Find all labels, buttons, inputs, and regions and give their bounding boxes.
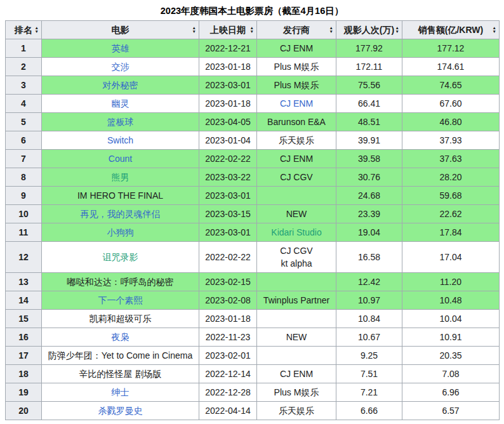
- table-row: 14下一个素熙2023-02-08Twinplus Partner10.9710…: [6, 291, 500, 310]
- column-header-movie[interactable]: 电影 ▲▼: [42, 21, 199, 39]
- sales-cell: 11.20: [402, 273, 500, 291]
- movie-title: 凯莉和超级可乐: [90, 314, 152, 324]
- release-date-cell: 2023-04-05: [199, 113, 257, 131]
- sales-cell: 10.04: [402, 310, 500, 328]
- table-row: 17防弹少年团：Yet to Come in Cinema2023-02-019…: [6, 347, 500, 365]
- movie-cell: 熊男: [42, 168, 199, 187]
- distributor-cell: Barunson E&A: [257, 113, 336, 131]
- column-header-sales[interactable]: 销售额(亿/KRW) ▲▼: [402, 21, 500, 39]
- box-office-table: 排名 ▲▼ 电影 ▲▼ 上映日期 ▲▼ 发行商 ▲▼ 观影人次(万) ▲▼: [5, 20, 500, 420]
- table-row: 5篮板球2023-04-05Barunson E&A48.5146.80: [6, 113, 500, 131]
- movie-link[interactable]: Switch: [107, 135, 133, 145]
- distributor-cell: CJ ENM: [257, 365, 336, 383]
- table-row: 19绅士2022-12-28Plus M娱乐7.216.96: [6, 383, 500, 402]
- movie-link[interactable]: 再见，我的灵魂伴侣: [81, 209, 161, 219]
- sales-cell: 28.20: [402, 168, 500, 187]
- table-row: 10再见，我的灵魂伴侣2023-03-15NEW23.3922.62: [6, 205, 500, 223]
- rank-cell: 11: [6, 223, 42, 242]
- movie-cell: IM HERO THE FINAL: [42, 187, 199, 205]
- distributor-cell: Kidari Studio: [257, 223, 336, 242]
- sales-cell: 37.63: [402, 150, 500, 168]
- release-date-cell: 2023-01-04: [199, 131, 257, 150]
- audience-cell: 75.56: [336, 76, 402, 95]
- movie-link[interactable]: 小狗狗: [107, 227, 134, 237]
- movie-link[interactable]: 英雄: [112, 43, 129, 53]
- movie-cell: 下一个素熙: [42, 291, 199, 310]
- column-header-distributor[interactable]: 发行商 ▲▼: [257, 21, 336, 39]
- header-row: 排名 ▲▼ 电影 ▲▼ 上映日期 ▲▼ 发行商 ▲▼ 观影人次(万) ▲▼: [6, 21, 500, 39]
- distributor-name: 乐天娱乐: [279, 135, 314, 145]
- rank-cell: 15: [6, 310, 42, 328]
- rank-cell: 14: [6, 291, 42, 310]
- sales-cell: 59.68: [402, 187, 500, 205]
- table-body: 1英雄2022-12-21CJ ENM177.92177.122交涉2023-0…: [6, 39, 500, 420]
- movie-link[interactable]: 绅士: [112, 387, 129, 397]
- sales-cell: 17.04: [402, 242, 500, 273]
- rank-cell: 8: [6, 168, 42, 187]
- table-row: 3对外秘密2023-03-01Plus M娱乐75.5674.65: [6, 76, 500, 95]
- sales-cell: 174.61: [402, 58, 500, 76]
- release-date-cell: 2022-12-28: [199, 383, 257, 402]
- movie-link[interactable]: 幽灵: [112, 98, 129, 109]
- distributor-cell: Twinplus Partner: [257, 291, 336, 310]
- distributor-cell: 乐天娱乐: [257, 402, 336, 420]
- movie-cell: 诅咒录影: [42, 242, 199, 273]
- movie-link[interactable]: 诅咒录影: [103, 252, 138, 262]
- distributor-cell: Plus M娱乐: [257, 58, 336, 76]
- sort-down-icon: ▼: [493, 30, 496, 34]
- column-header-rank[interactable]: 排名 ▲▼: [6, 21, 42, 39]
- audience-cell: 39.58: [336, 150, 402, 168]
- release-date-cell: 2023-03-01: [199, 76, 257, 95]
- sales-cell: 177.12: [402, 39, 500, 58]
- release-date-cell: 2022-12-14: [199, 365, 257, 383]
- sales-cell: 22.62: [402, 205, 500, 223]
- column-header-audience[interactable]: 观影人次(万) ▲▼: [336, 21, 402, 39]
- distributor-cell: [257, 273, 336, 291]
- rank-cell: 9: [6, 187, 42, 205]
- sales-cell: 10.91: [402, 328, 500, 347]
- movie-cell: 防弹少年团：Yet to Come in Cinema: [42, 347, 199, 365]
- audience-cell: 66.41: [336, 95, 402, 113]
- sales-cell: 7.08: [402, 365, 500, 383]
- sales-cell: 6.96: [402, 383, 500, 402]
- distributor-name: CJ CGV: [280, 172, 312, 182]
- table-row: 6Switch2023-01-04乐天娱乐39.9137.93: [6, 131, 500, 150]
- rank-cell: 12: [6, 242, 42, 273]
- page-title: 2023年度韩国本土电影票房（截至4月16日）: [0, 3, 504, 20]
- distributor-link[interactable]: CJ ENM: [280, 98, 313, 109]
- distributor-name: Plus M娱乐: [274, 387, 319, 397]
- movie-link[interactable]: Count: [109, 154, 132, 164]
- sales-cell: 37.93: [402, 131, 500, 150]
- sort-down-icon: ▼: [395, 30, 399, 34]
- movie-link[interactable]: 熊男: [112, 172, 129, 182]
- movie-link[interactable]: 交涉: [112, 62, 129, 72]
- movie-cell: 嘟哒和达达：呼呼岛的秘密: [42, 273, 199, 291]
- movie-cell: 辛比的怪怪屋 剧场版: [42, 365, 199, 383]
- column-header-label: 发行商: [283, 25, 310, 35]
- table-row: 9IM HERO THE FINAL2023-03-0124.6859.68: [6, 187, 500, 205]
- audience-cell: 19.04: [336, 223, 402, 242]
- sort-down-icon: ▼: [329, 30, 333, 34]
- audience-cell: 7.51: [336, 365, 402, 383]
- distributor-link[interactable]: Kidari Studio: [271, 227, 321, 237]
- sales-cell: 17.84: [402, 223, 500, 242]
- table-row: 20杀戮罗曼史2022-04-14乐天娱乐6.666.57: [6, 402, 500, 420]
- page: 2023年度韩国本土电影票房（截至4月16日） 排名 ▲▼ 电影 ▲▼ 上映日期…: [0, 0, 504, 423]
- distributor-cell: [257, 310, 336, 328]
- table-row: 2交涉2023-01-18Plus M娱乐172.11174.61: [6, 58, 500, 76]
- distributor-name: 乐天娱乐: [279, 406, 314, 416]
- distributor-name: CJ ENM: [280, 43, 313, 53]
- distributor-name: Twinplus Partner: [263, 295, 329, 305]
- movie-cell: Switch: [42, 131, 199, 150]
- movie-link[interactable]: 夜枭: [112, 332, 129, 342]
- rank-cell: 13: [6, 273, 42, 291]
- movie-link[interactable]: 篮板球: [107, 117, 134, 127]
- release-date-cell: 2023-03-22: [199, 168, 257, 187]
- movie-link[interactable]: 对外秘密: [103, 80, 138, 90]
- column-header-release-date[interactable]: 上映日期 ▲▼: [199, 21, 257, 39]
- movie-title: 防弹少年团：Yet to Come in Cinema: [48, 350, 192, 361]
- audience-cell: 23.39: [336, 205, 402, 223]
- sort-icon: ▲▼: [35, 26, 39, 34]
- movie-link[interactable]: 下一个素熙: [98, 295, 143, 305]
- movie-link[interactable]: 杀戮罗曼史: [98, 406, 143, 416]
